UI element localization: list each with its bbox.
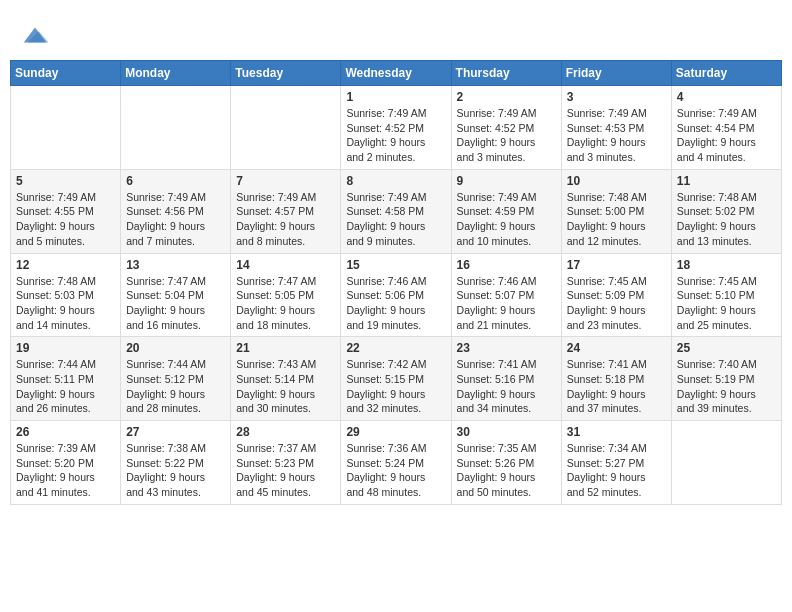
day-number: 2: [457, 90, 556, 104]
day-info: Sunrise: 7:35 AM Sunset: 5:26 PM Dayligh…: [457, 441, 556, 500]
day-info: Sunrise: 7:49 AM Sunset: 4:59 PM Dayligh…: [457, 190, 556, 249]
day-number: 13: [126, 258, 225, 272]
calendar-week-row: 26Sunrise: 7:39 AM Sunset: 5:20 PM Dayli…: [11, 421, 782, 505]
logo-icon: [20, 20, 50, 50]
day-info: Sunrise: 7:41 AM Sunset: 5:16 PM Dayligh…: [457, 357, 556, 416]
weekday-header: Tuesday: [231, 61, 341, 86]
day-info: Sunrise: 7:47 AM Sunset: 5:04 PM Dayligh…: [126, 274, 225, 333]
day-info: Sunrise: 7:49 AM Sunset: 4:52 PM Dayligh…: [457, 106, 556, 165]
day-number: 28: [236, 425, 335, 439]
calendar-cell: 28Sunrise: 7:37 AM Sunset: 5:23 PM Dayli…: [231, 421, 341, 505]
weekday-header: Saturday: [671, 61, 781, 86]
day-number: 8: [346, 174, 445, 188]
day-number: 26: [16, 425, 115, 439]
day-number: 25: [677, 341, 776, 355]
calendar-week-row: 1Sunrise: 7:49 AM Sunset: 4:52 PM Daylig…: [11, 86, 782, 170]
day-number: 14: [236, 258, 335, 272]
calendar-week-row: 12Sunrise: 7:48 AM Sunset: 5:03 PM Dayli…: [11, 253, 782, 337]
day-number: 11: [677, 174, 776, 188]
calendar-cell: 20Sunrise: 7:44 AM Sunset: 5:12 PM Dayli…: [121, 337, 231, 421]
calendar-week-row: 19Sunrise: 7:44 AM Sunset: 5:11 PM Dayli…: [11, 337, 782, 421]
day-number: 12: [16, 258, 115, 272]
calendar-cell: 22Sunrise: 7:42 AM Sunset: 5:15 PM Dayli…: [341, 337, 451, 421]
day-number: 21: [236, 341, 335, 355]
calendar-cell: 21Sunrise: 7:43 AM Sunset: 5:14 PM Dayli…: [231, 337, 341, 421]
calendar-cell: 26Sunrise: 7:39 AM Sunset: 5:20 PM Dayli…: [11, 421, 121, 505]
day-number: 29: [346, 425, 445, 439]
calendar-body: 1Sunrise: 7:49 AM Sunset: 4:52 PM Daylig…: [11, 86, 782, 505]
day-info: Sunrise: 7:49 AM Sunset: 4:54 PM Dayligh…: [677, 106, 776, 165]
day-number: 9: [457, 174, 556, 188]
day-number: 31: [567, 425, 666, 439]
calendar-cell: [231, 86, 341, 170]
day-info: Sunrise: 7:39 AM Sunset: 5:20 PM Dayligh…: [16, 441, 115, 500]
day-number: 20: [126, 341, 225, 355]
day-number: 27: [126, 425, 225, 439]
calendar-cell: 30Sunrise: 7:35 AM Sunset: 5:26 PM Dayli…: [451, 421, 561, 505]
day-info: Sunrise: 7:49 AM Sunset: 4:55 PM Dayligh…: [16, 190, 115, 249]
calendar-cell: 14Sunrise: 7:47 AM Sunset: 5:05 PM Dayli…: [231, 253, 341, 337]
calendar-cell: 8Sunrise: 7:49 AM Sunset: 4:58 PM Daylig…: [341, 169, 451, 253]
day-info: Sunrise: 7:40 AM Sunset: 5:19 PM Dayligh…: [677, 357, 776, 416]
calendar-cell: 7Sunrise: 7:49 AM Sunset: 4:57 PM Daylig…: [231, 169, 341, 253]
calendar-cell: 18Sunrise: 7:45 AM Sunset: 5:10 PM Dayli…: [671, 253, 781, 337]
calendar-cell: 10Sunrise: 7:48 AM Sunset: 5:00 PM Dayli…: [561, 169, 671, 253]
calendar-cell: [121, 86, 231, 170]
day-number: 6: [126, 174, 225, 188]
day-info: Sunrise: 7:36 AM Sunset: 5:24 PM Dayligh…: [346, 441, 445, 500]
calendar-cell: 23Sunrise: 7:41 AM Sunset: 5:16 PM Dayli…: [451, 337, 561, 421]
day-number: 24: [567, 341, 666, 355]
day-info: Sunrise: 7:46 AM Sunset: 5:07 PM Dayligh…: [457, 274, 556, 333]
calendar-cell: 24Sunrise: 7:41 AM Sunset: 5:18 PM Dayli…: [561, 337, 671, 421]
calendar-cell: 19Sunrise: 7:44 AM Sunset: 5:11 PM Dayli…: [11, 337, 121, 421]
page-header: [10, 10, 782, 55]
weekday-header: Thursday: [451, 61, 561, 86]
day-number: 15: [346, 258, 445, 272]
calendar-cell: [671, 421, 781, 505]
day-info: Sunrise: 7:48 AM Sunset: 5:03 PM Dayligh…: [16, 274, 115, 333]
calendar-cell: 11Sunrise: 7:48 AM Sunset: 5:02 PM Dayli…: [671, 169, 781, 253]
day-info: Sunrise: 7:47 AM Sunset: 5:05 PM Dayligh…: [236, 274, 335, 333]
day-number: 4: [677, 90, 776, 104]
calendar-cell: 16Sunrise: 7:46 AM Sunset: 5:07 PM Dayli…: [451, 253, 561, 337]
logo: [20, 20, 52, 50]
calendar-week-row: 5Sunrise: 7:49 AM Sunset: 4:55 PM Daylig…: [11, 169, 782, 253]
day-number: 30: [457, 425, 556, 439]
calendar-cell: 25Sunrise: 7:40 AM Sunset: 5:19 PM Dayli…: [671, 337, 781, 421]
calendar-cell: 2Sunrise: 7:49 AM Sunset: 4:52 PM Daylig…: [451, 86, 561, 170]
header-row: SundayMondayTuesdayWednesdayThursdayFrid…: [11, 61, 782, 86]
weekday-header: Monday: [121, 61, 231, 86]
calendar-cell: 29Sunrise: 7:36 AM Sunset: 5:24 PM Dayli…: [341, 421, 451, 505]
calendar-cell: 5Sunrise: 7:49 AM Sunset: 4:55 PM Daylig…: [11, 169, 121, 253]
day-info: Sunrise: 7:49 AM Sunset: 4:58 PM Dayligh…: [346, 190, 445, 249]
day-info: Sunrise: 7:49 AM Sunset: 4:52 PM Dayligh…: [346, 106, 445, 165]
day-info: Sunrise: 7:42 AM Sunset: 5:15 PM Dayligh…: [346, 357, 445, 416]
day-number: 7: [236, 174, 335, 188]
day-info: Sunrise: 7:44 AM Sunset: 5:11 PM Dayligh…: [16, 357, 115, 416]
day-number: 5: [16, 174, 115, 188]
calendar-table: SundayMondayTuesdayWednesdayThursdayFrid…: [10, 60, 782, 505]
calendar-cell: 17Sunrise: 7:45 AM Sunset: 5:09 PM Dayli…: [561, 253, 671, 337]
day-info: Sunrise: 7:44 AM Sunset: 5:12 PM Dayligh…: [126, 357, 225, 416]
day-number: 17: [567, 258, 666, 272]
day-info: Sunrise: 7:49 AM Sunset: 4:57 PM Dayligh…: [236, 190, 335, 249]
calendar-cell: 3Sunrise: 7:49 AM Sunset: 4:53 PM Daylig…: [561, 86, 671, 170]
day-number: 10: [567, 174, 666, 188]
day-info: Sunrise: 7:38 AM Sunset: 5:22 PM Dayligh…: [126, 441, 225, 500]
calendar-cell: 13Sunrise: 7:47 AM Sunset: 5:04 PM Dayli…: [121, 253, 231, 337]
weekday-header: Friday: [561, 61, 671, 86]
calendar-cell: 9Sunrise: 7:49 AM Sunset: 4:59 PM Daylig…: [451, 169, 561, 253]
day-number: 3: [567, 90, 666, 104]
calendar-cell: [11, 86, 121, 170]
day-info: Sunrise: 7:49 AM Sunset: 4:53 PM Dayligh…: [567, 106, 666, 165]
day-info: Sunrise: 7:45 AM Sunset: 5:09 PM Dayligh…: [567, 274, 666, 333]
calendar-header: SundayMondayTuesdayWednesdayThursdayFrid…: [11, 61, 782, 86]
day-info: Sunrise: 7:48 AM Sunset: 5:02 PM Dayligh…: [677, 190, 776, 249]
calendar-cell: 12Sunrise: 7:48 AM Sunset: 5:03 PM Dayli…: [11, 253, 121, 337]
day-info: Sunrise: 7:37 AM Sunset: 5:23 PM Dayligh…: [236, 441, 335, 500]
weekday-header: Sunday: [11, 61, 121, 86]
day-number: 23: [457, 341, 556, 355]
day-info: Sunrise: 7:43 AM Sunset: 5:14 PM Dayligh…: [236, 357, 335, 416]
day-info: Sunrise: 7:45 AM Sunset: 5:10 PM Dayligh…: [677, 274, 776, 333]
day-number: 16: [457, 258, 556, 272]
